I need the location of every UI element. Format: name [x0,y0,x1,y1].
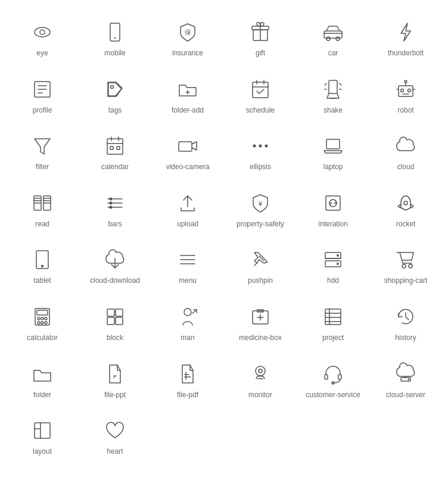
project-icon [321,305,345,329]
svg-line-95 [192,310,197,313]
icon-item-customer-service[interactable]: customer-service [297,354,369,405]
icon-item-gift[interactable]: gift [224,12,297,63]
svg-point-94 [184,308,191,316]
icon-label-property-safety: property-safety [237,220,284,229]
icon-label-insurance: insurance [172,49,203,58]
icon-item-calculator[interactable]: calculator [6,297,79,348]
icon-item-cloud[interactable]: cloud [369,126,442,177]
icon-item-interation[interactable]: interation [297,183,369,234]
file-ppt-icon: P [103,362,127,386]
icon-item-upload[interactable]: upload [151,183,224,234]
icon-label-tablet: tablet [33,276,51,286]
svg-rect-48 [326,139,340,149]
icon-item-file-ppt[interactable]: P file-ppt [79,354,151,405]
svg-rect-43 [117,146,120,149]
icon-item-medicine-box[interactable]: medicine-box [224,297,297,348]
tags-icon [103,77,127,101]
rocket-icon [394,191,418,215]
icon-item-heart[interactable]: heart [79,410,151,462]
layout-icon [30,419,54,442]
icon-item-ellipsis[interactable]: ellipsis [224,126,297,177]
icon-label-read: read [35,220,49,229]
icon-item-robot[interactable]: robot [369,69,442,120]
icon-label-thunderbolt: thunderbolt [388,49,424,58]
svg-point-47 [265,145,268,148]
svg-point-62 [110,205,113,208]
icon-item-block[interactable]: block [79,297,151,348]
laptop-icon [321,134,345,158]
eye-icon [30,20,54,44]
file-pdf-icon [176,362,200,386]
upload-icon [176,191,200,215]
icon-item-calendar[interactable]: calendar [79,126,151,177]
svg-rect-8 [324,31,342,38]
icon-label-interation: interation [318,220,347,229]
icon-item-monitor[interactable]: monitor [224,354,297,405]
icon-item-folder-add[interactable]: folder-add [151,69,224,120]
icon-item-cloud-download[interactable]: cloud-download [79,239,151,291]
icon-item-tags[interactable]: tags [79,69,151,120]
svg-rect-19 [253,82,268,98]
icon-item-property-safety[interactable]: ¥ property-safety [224,183,297,234]
icon-item-cloud-server[interactable]: cloud-server [369,354,442,405]
ellipsis-icon [248,134,272,158]
icon-item-history[interactable]: history [369,297,442,348]
heart-icon [103,419,127,442]
icon-item-profile[interactable]: profile [6,69,79,120]
svg-text:¥: ¥ [258,200,263,207]
icon-label-file-ppt: file-ppt [104,391,126,400]
icon-label-file-pdf: file-pdf [177,391,198,400]
icon-label-rocket: rocket [396,220,416,229]
icon-label-gift: gift [256,49,265,58]
thunderbolt-icon [394,20,418,44]
svg-point-87 [38,322,40,324]
medicine-box-icon [248,305,272,329]
icon-item-project[interactable]: project [297,297,369,348]
icon-item-menu[interactable]: menu [151,239,224,291]
icon-item-video-camera[interactable]: video-camera [151,126,224,177]
icon-label-tags: tags [108,106,122,116]
svg-point-16 [111,85,114,88]
icon-item-laptop[interactable]: laptop [297,126,369,177]
svg-rect-38 [107,139,123,154]
icon-item-thunderbolt[interactable]: thunderbolt [369,12,442,63]
bars-icon [103,191,127,215]
icon-item-filter[interactable]: filter [6,126,79,177]
icon-item-read[interactable]: read [6,183,79,234]
svg-marker-37 [35,139,50,154]
mobile-icon [103,20,127,44]
icon-item-folder[interactable]: folder [6,354,79,405]
tablet-icon [30,248,54,272]
icon-label-menu: menu [179,276,197,286]
calculator-icon [30,305,54,329]
icon-item-file-pdf[interactable]: file-pdf [151,354,224,405]
icon-item-tablet[interactable]: tablet [6,239,79,291]
icon-item-eye[interactable]: eye [6,12,79,63]
icon-label-calendar: calendar [101,163,129,172]
icon-label-man: man [181,333,194,343]
svg-point-9 [326,37,330,40]
icon-item-shopping-cart[interactable]: shopping-cart [369,239,442,291]
icon-item-hdd[interactable]: hdd [297,239,369,291]
pushpin-icon [248,248,272,272]
svg-point-1 [40,30,45,35]
icon-item-insurance[interactable]: 保 insurance [151,12,224,63]
icon-item-car[interactable]: car [297,12,369,63]
icon-item-schedule[interactable]: schedule [224,69,297,120]
icon-item-shake[interactable]: shake [297,69,369,120]
svg-point-84 [38,317,40,320]
svg-point-115 [408,378,410,380]
icon-item-layout[interactable]: layout [6,410,79,462]
icon-label-ellipsis: ellipsis [250,163,271,172]
icon-item-rocket[interactable]: rocket [369,183,442,234]
icon-label-laptop: laptop [323,163,343,172]
icon-item-pushpin[interactable]: pushpin [224,239,297,291]
svg-rect-44 [179,142,192,151]
icon-item-mobile[interactable]: mobile [79,12,151,63]
icon-label-profile: profile [33,106,52,116]
cloud-server-icon [394,362,418,386]
icon-item-man[interactable]: man [151,297,224,348]
svg-point-89 [45,322,47,324]
icon-item-bars[interactable]: bars [79,183,151,234]
icon-label-block: block [107,333,123,343]
